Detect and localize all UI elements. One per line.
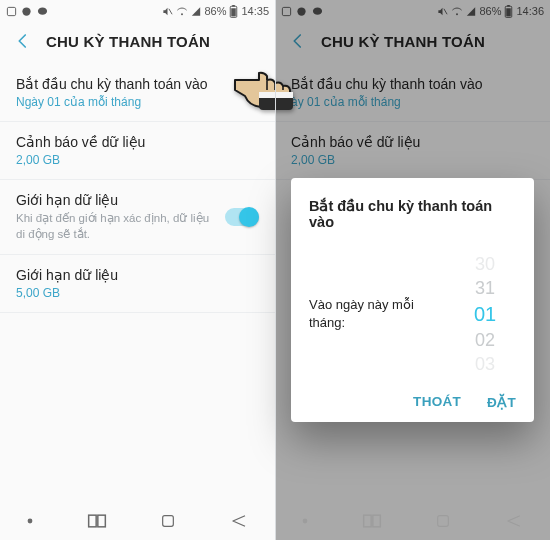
- svg-rect-11: [163, 515, 174, 526]
- picker-option[interactable]: 03: [454, 352, 516, 376]
- svg-rect-6: [232, 8, 237, 16]
- svg-rect-9: [88, 515, 96, 527]
- dialog-actions: THOÁT ĐẶT: [309, 394, 516, 410]
- chat-icon: [21, 6, 32, 17]
- msg-icon: [36, 6, 49, 17]
- svg-rect-25: [259, 92, 293, 98]
- nav-bar: [0, 500, 275, 540]
- item-title: Bắt đầu chu kỳ thanh toán vào: [16, 76, 259, 92]
- item-sub: 2,00 GB: [16, 153, 259, 167]
- screens-divider: [275, 0, 276, 540]
- item-title: Giới hạn dữ liệu: [16, 267, 259, 283]
- svg-rect-0: [7, 7, 15, 15]
- nav-home-icon[interactable]: [160, 513, 176, 529]
- status-left: [6, 6, 49, 17]
- phone-right: 86% 14:36 CHU KỲ THANH TOÁN Bắt đầu chu …: [275, 0, 550, 540]
- battery-icon: [229, 5, 238, 18]
- svg-rect-10: [97, 515, 105, 527]
- item-data-limit-toggle[interactable]: Giới hạn dữ liệu Khi đạt đến giới hạn xá…: [0, 180, 275, 255]
- item-sub: 5,00 GB: [16, 286, 259, 300]
- picker-option-selected[interactable]: 01: [454, 301, 516, 328]
- picker-option[interactable]: 31: [454, 276, 516, 300]
- nav-dot-icon: [27, 518, 33, 524]
- picker-option[interactable]: 02: [454, 328, 516, 352]
- item-desc: Khi đạt đến giới hạn xác định, dữ liệu d…: [16, 211, 215, 242]
- svg-point-2: [38, 7, 47, 14]
- picker-option[interactable]: 30: [454, 252, 516, 276]
- item-data-warning[interactable]: Cảnh báo về dữ liệu 2,00 GB: [0, 122, 275, 180]
- svg-rect-7: [233, 5, 236, 6]
- nav-recents-icon[interactable]: [87, 513, 107, 529]
- picker-label: Vào ngày này mỗi tháng:: [309, 296, 446, 332]
- date-picker-dialog: Bắt đầu chu kỳ thanh toán vào Vào ngày n…: [291, 178, 534, 422]
- item-data-limit[interactable]: Giới hạn dữ liệu 5,00 GB: [0, 255, 275, 313]
- svg-point-4: [182, 13, 184, 15]
- item-title: Cảnh báo về dữ liệu: [16, 134, 259, 150]
- pointer-hand-icon: [231, 56, 303, 114]
- item-sub: Ngày 01 của mỗi tháng: [16, 95, 259, 109]
- svg-point-1: [22, 7, 30, 15]
- clock-text: 14:35: [241, 5, 269, 17]
- back-button[interactable]: [14, 32, 32, 50]
- cancel-button[interactable]: THOÁT: [413, 394, 461, 410]
- svg-line-3: [169, 8, 172, 14]
- day-picker[interactable]: 30 31 01 02 03: [454, 252, 516, 376]
- battery-text: 86%: [204, 5, 226, 17]
- picker-row: Vào ngày này mỗi tháng: 30 31 01 02 03: [309, 252, 516, 376]
- signal-icon: [191, 6, 201, 17]
- settings-list: Bắt đầu chu kỳ thanh toán vào Ngày 01 củ…: [0, 64, 275, 500]
- ok-button[interactable]: ĐẶT: [487, 394, 516, 410]
- nav-back-icon[interactable]: [230, 514, 248, 528]
- toggle-switch[interactable]: [225, 208, 259, 226]
- svg-point-8: [27, 518, 32, 523]
- page-title: CHU KỲ THANH TOÁN: [46, 33, 210, 50]
- status-right: 86% 14:35: [162, 5, 269, 18]
- status-bar: 86% 14:35: [0, 0, 275, 22]
- dialog-title: Bắt đầu chu kỳ thanh toán vào: [309, 198, 516, 230]
- mute-icon: [162, 6, 173, 17]
- wifi-icon: [176, 6, 188, 17]
- notif-icon: [6, 6, 17, 17]
- item-title: Giới hạn dữ liệu: [16, 192, 215, 208]
